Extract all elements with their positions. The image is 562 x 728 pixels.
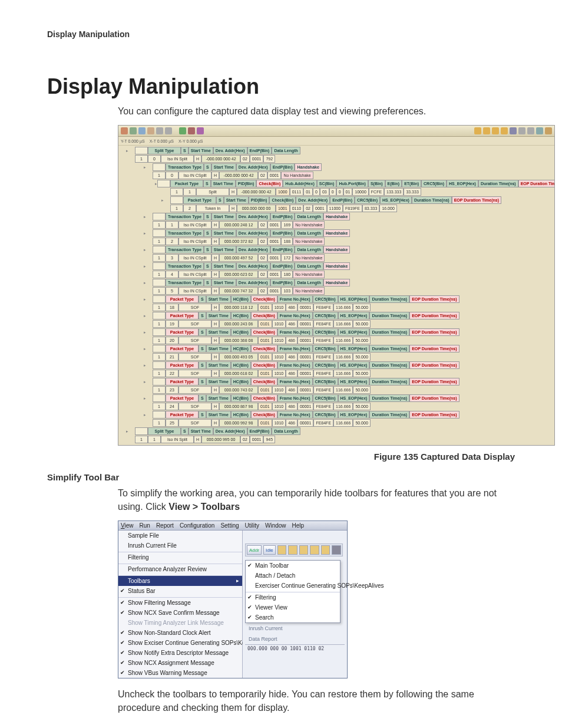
data-row[interactable]: 10Iso IN SplitH-000.000 000 42020001792 [120, 155, 553, 163]
data-row[interactable]: 11Iso IN SplitH000.000 995 00020001945 [120, 436, 553, 443]
data-row[interactable]: ▸Transaction TypeSStart TimeDev. Addr(He… [137, 213, 553, 220]
folder-icon[interactable] [288, 545, 297, 555]
data-row[interactable]: 124SOFH000.000 867 980101101048600001FE8… [137, 403, 553, 410]
menu-item[interactable]: Show Exciser Continue Generating SOPs\Ke… [118, 638, 242, 648]
menu-item[interactable]: Show Timing Analyzer Link Message [118, 618, 242, 628]
filter-icon[interactable] [138, 127, 146, 134]
data-row[interactable]: ▸Transaction TypeSStart TimeDev. Addr(He… [137, 229, 553, 237]
data-row[interactable]: 122SOFH000.000 618 020101101048600001FE8… [137, 370, 553, 377]
tree-expand-icon[interactable]: ▸ [137, 163, 153, 171]
folder-icon[interactable] [474, 127, 481, 134]
tree-icon[interactable] [130, 127, 137, 134]
menu-item[interactable]: Toolbars [118, 575, 242, 586]
tree-expand-icon[interactable] [137, 353, 153, 361]
data-row[interactable]: ▸Packet TypeSStart TimeHC(Bin)Check(Bin)… [137, 378, 553, 386]
tree-expand-icon[interactable]: ▸ [137, 246, 153, 253]
tree-expand-icon[interactable] [137, 370, 153, 377]
tree-expand-icon[interactable] [137, 221, 153, 229]
tree-expand-icon[interactable]: ▸ [120, 427, 135, 435]
menu-bar-item[interactable]: Run [140, 522, 150, 529]
data-row[interactable]: 11Iso IN CSplitH000.000 248 12020001169N… [137, 221, 553, 229]
tree-expand-icon[interactable]: ▸ [137, 279, 153, 286]
tree-expand-icon[interactable]: ▸ [137, 213, 153, 220]
tree-expand-icon[interactable] [120, 436, 135, 443]
tree-expand-icon[interactable] [155, 188, 170, 196]
menu-item[interactable]: Status Bar [118, 586, 242, 596]
tree-expand-icon[interactable] [155, 205, 170, 212]
window-icon[interactable] [510, 127, 517, 134]
folder-icon[interactable] [299, 545, 309, 555]
tree-expand-icon[interactable]: ▸ [120, 147, 135, 154]
lens-icon[interactable] [527, 127, 534, 134]
data-row[interactable]: 11SplitH-000.000 000 4210000111010030001… [155, 188, 553, 196]
tree-expand-icon[interactable] [137, 320, 153, 328]
folder-icon[interactable] [277, 545, 287, 555]
menu-item[interactable]: Filtering [118, 552, 242, 562]
tree-expand-icon[interactable]: ▸ [137, 411, 153, 419]
data-row[interactable]: ▸Packet TypeSStart TimeHC(Bin)Check(Bin)… [137, 312, 553, 319]
tree-expand-icon[interactable]: ▸ [137, 229, 153, 237]
tree-expand-icon[interactable] [137, 419, 153, 427]
zoom-out-icon[interactable] [165, 127, 172, 134]
data-row[interactable]: ▸Packet TypeSStart TimePID(Bin)Check(Bin… [155, 180, 553, 187]
menu-bar-item[interactable]: View [121, 522, 134, 529]
data-row[interactable]: ▸Packet TypeSStart TimeHC(Bin)Check(Bin)… [137, 411, 553, 419]
play-icon[interactable] [179, 127, 186, 134]
submenu-item[interactable]: Filtering [246, 592, 340, 602]
data-row[interactable]: ▸Packet TypeSStart TimeHC(Bin)Check(Bin)… [137, 345, 553, 353]
menu-item[interactable]: Show Notify Extra Descriptor Message [118, 648, 242, 658]
submenu-item[interactable]: Viewer View [246, 602, 340, 612]
data-row[interactable]: 123SOFH000.000 743 020101101048600001FE8… [137, 386, 553, 394]
stop-icon[interactable] [188, 127, 195, 134]
data-row[interactable]: 119SOFH000.000 243 060101101048600001FE8… [137, 320, 553, 328]
data-row[interactable]: ▸Packet TypeSStart TimeHC(Bin)Check(Bin)… [137, 328, 553, 336]
lens-icon[interactable] [518, 127, 525, 134]
menu-bar-item[interactable]: Utility [245, 522, 259, 529]
submenu-item[interactable]: Main Toolbar [246, 561, 340, 571]
search-icon[interactable] [147, 127, 154, 134]
data-row[interactable]: ▸Split TypeSStart TimeDev. Addr(Hex)EndP… [120, 147, 553, 154]
record-icon[interactable] [197, 127, 204, 134]
tree-expand-icon[interactable] [120, 155, 135, 163]
window-icon[interactable] [332, 545, 341, 555]
data-row[interactable]: ▸Transaction TypeSStart TimeDev. Addr(He… [137, 246, 553, 253]
menu-item[interactable]: Show Filtering Message [118, 597, 242, 608]
tree-expand-icon[interactable] [137, 337, 153, 344]
data-row[interactable]: ▸Packet TypeSStart TimePID(Bin)Check(Bin… [155, 196, 553, 204]
menu-item[interactable]: Sample File [118, 531, 242, 541]
data-row[interactable]: ▸Transaction TypeSStart TimeDev. Addr(He… [137, 262, 553, 270]
submenu-item[interactable]: Search [246, 612, 340, 622]
data-row[interactable]: ▸Packet TypeSStart TimeHC(Bin)Check(Bin)… [137, 295, 553, 303]
tree-expand-icon[interactable] [137, 304, 153, 311]
menu-item[interactable]: Show NCX Save Confirm Message [118, 608, 242, 618]
data-row[interactable]: ▸Split TypeSStart TimeDev. Addr(Hex)EndP… [120, 427, 553, 435]
data-row[interactable]: 13Iso IN CSplitH000.000 497 52020001172N… [137, 254, 553, 262]
data-row[interactable]: ▸Packet TypeSStart TimeHC(Bin)Check(Bin)… [137, 394, 553, 402]
folder-icon[interactable] [492, 127, 499, 134]
menu-item[interactable]: Show NCX Assignment Message [118, 658, 242, 668]
tree-expand-icon[interactable]: ▸ [137, 378, 153, 386]
data-row[interactable]: ▸Packet TypeSStart TimeHC(Bin)Check(Bin)… [137, 361, 553, 369]
tree-expand-icon[interactable]: ▸ [137, 361, 153, 369]
tree-expand-icon[interactable] [137, 254, 153, 262]
menu-bar-item[interactable]: Setting [220, 522, 239, 529]
data-row[interactable]: 118SOFH000.000 118 120101101048600001FE8… [137, 304, 553, 311]
menu-bar-item[interactable]: Help [292, 522, 305, 529]
menu-item[interactable]: Show Non-Standard Clock Alert [118, 628, 242, 638]
data-row[interactable]: 14Iso IN CSplitH000.000 623 02020001180N… [137, 271, 553, 278]
tree-expand-icon[interactable] [137, 172, 153, 179]
zoom-in-icon[interactable] [156, 127, 163, 134]
data-row[interactable]: 120SOFH000.000 368 080101101048600001FE8… [137, 337, 553, 344]
menu-item[interactable]: Inrush Current File [118, 541, 242, 551]
data-row[interactable]: ▸Transaction TypeSStart TimeDev. Addr(He… [137, 163, 553, 171]
menu-bar-item[interactable]: Report [156, 522, 174, 529]
tree-expand-icon[interactable]: ▸ [137, 295, 153, 303]
submenu-item[interactable]: Exerciser Continue Generating SOPs\KeepA… [246, 581, 340, 591]
menu-bar-item[interactable]: Window [265, 522, 286, 529]
help-icon[interactable] [545, 127, 552, 134]
data-row[interactable]: 10Iso IN CSplitH-000.000 000 42020001No … [137, 172, 553, 179]
nav-icon[interactable] [121, 127, 128, 134]
tree-expand-icon[interactable] [137, 271, 153, 278]
data-row[interactable]: 125SOFH000.000 992 980101101048600001FE8… [137, 419, 553, 427]
data-row[interactable]: 12Iso IN CSplitH000.000 372 82020001188N… [137, 238, 553, 245]
